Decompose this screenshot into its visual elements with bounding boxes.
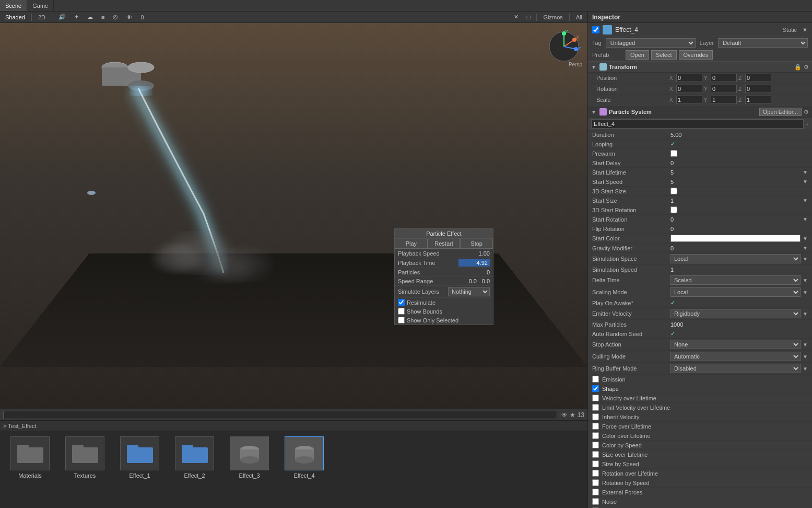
ps-deltatime-arrow[interactable]: ▼ bbox=[803, 278, 808, 283]
ps-emittervelocity-dropdown[interactable]: Rigidbody bbox=[670, 309, 801, 318]
select-button[interactable]: Select bbox=[651, 50, 677, 60]
ps-scalingmode-dropdown[interactable]: Local bbox=[670, 287, 801, 297]
flares-icon[interactable]: ◎ bbox=[111, 14, 120, 20]
ps-color-arrow[interactable]: ▼ bbox=[803, 236, 808, 241]
module-checkbox-size-over-lifetime[interactable] bbox=[592, 451, 599, 458]
open-editor-button[interactable]: Open Editor... bbox=[759, 108, 802, 116]
ps-prewarm-checkbox[interactable] bbox=[670, 150, 677, 157]
ps-lifetime-arrow[interactable]: ▼ bbox=[803, 169, 808, 175]
ps-scaling-arrow[interactable]: ▼ bbox=[803, 290, 808, 295]
module-checkbox-color-by-speed[interactable] bbox=[592, 442, 599, 448]
module-checkbox-color-over-lifetime[interactable] bbox=[592, 432, 599, 439]
position-y-input[interactable] bbox=[711, 74, 737, 82]
module-row-noise[interactable]: Noise bbox=[588, 497, 812, 506]
rotation-x-input[interactable] bbox=[676, 85, 702, 93]
ps-add-icon[interactable]: + bbox=[806, 121, 809, 127]
ps-emitter-arrow[interactable]: ▼ bbox=[803, 311, 808, 317]
asset-item-effect4[interactable]: Effect_4 bbox=[285, 436, 324, 479]
shading-dropdown[interactable]: Shaded bbox=[3, 14, 27, 20]
ps-gravity-arrow[interactable]: ▼ bbox=[803, 245, 808, 251]
module-row-velocity-over-lifetime[interactable]: Velocity over Lifetime bbox=[588, 394, 812, 403]
module-row-rotation-by-speed[interactable]: Rotation by Speed bbox=[588, 478, 812, 488]
show-only-selected-checkbox[interactable] bbox=[398, 317, 405, 324]
module-checkbox-velocity-over-lifetime[interactable] bbox=[592, 395, 599, 401]
asset-item-effect1[interactable]: Effect_1 bbox=[120, 436, 159, 479]
module-row-inherit-velocity[interactable]: Inherit Velocity bbox=[588, 412, 812, 422]
asset-search-input[interactable] bbox=[3, 411, 557, 419]
asset-item-effect2[interactable]: Effect_2 bbox=[175, 436, 214, 479]
gizmo-widget[interactable]: X Y Z Persp bbox=[546, 28, 582, 65]
module-checkbox-limit-velocity-over-lifetime[interactable] bbox=[592, 404, 599, 411]
scene-viewport[interactable]: X Y Z Persp Particle Effect bbox=[0, 23, 587, 409]
scale-z-input[interactable] bbox=[745, 96, 771, 104]
ps-stopaction-arrow[interactable]: ▼ bbox=[803, 342, 808, 348]
ps-name-input[interactable] bbox=[591, 119, 804, 129]
ps-simspace-arrow[interactable]: ▼ bbox=[803, 256, 808, 262]
audio-icon[interactable]: 🔊 bbox=[56, 14, 68, 20]
ps-3dstartsize-checkbox[interactable] bbox=[670, 188, 677, 194]
restart-button[interactable]: Restart bbox=[428, 239, 461, 249]
tag-dropdown[interactable]: Untagged bbox=[606, 38, 696, 48]
module-row-rotation-over-lifetime[interactable]: Rotation over Lifetime bbox=[588, 469, 812, 478]
module-row-limit-velocity-over-lifetime[interactable]: Limit Velocity over Lifetime bbox=[588, 403, 812, 412]
ps-rotation-arrow[interactable]: ▼ bbox=[803, 216, 808, 222]
ps-simulationspace-dropdown[interactable]: Local bbox=[670, 254, 801, 263]
position-x-input[interactable] bbox=[676, 74, 702, 82]
ps-stopaction-dropdown[interactable]: None bbox=[670, 340, 801, 349]
close-icon[interactable]: ✕ bbox=[512, 14, 521, 20]
rotation-y-input[interactable] bbox=[711, 85, 737, 93]
transform-gear-icon[interactable]: ⚙ bbox=[804, 64, 809, 71]
module-row-color-over-lifetime[interactable]: Color over Lifetime bbox=[588, 431, 812, 441]
gizmos-btn[interactable]: Gizmos bbox=[541, 14, 564, 20]
module-checkbox-shape[interactable] bbox=[592, 385, 599, 392]
simulate-layers-dropdown[interactable]: Nothing bbox=[448, 287, 490, 296]
ps-startcolor-swatch[interactable] bbox=[670, 235, 801, 242]
open-button[interactable]: Open bbox=[626, 50, 649, 60]
module-checkbox-rotation-by-speed[interactable] bbox=[592, 479, 599, 486]
module-row-size-over-lifetime[interactable]: Size over Lifetime bbox=[588, 450, 812, 459]
resimulate-checkbox[interactable] bbox=[398, 299, 405, 306]
scale-x-input[interactable] bbox=[676, 96, 702, 104]
asset-item-materials[interactable]: Materials bbox=[10, 436, 50, 479]
module-row-force-over-lifetime[interactable]: Force over Lifetime bbox=[588, 422, 812, 431]
ps-culling-arrow[interactable]: ▼ bbox=[803, 354, 808, 360]
module-checkbox-size-by-speed[interactable] bbox=[592, 460, 599, 467]
module-row-size-by-speed[interactable]: Size by Speed bbox=[588, 459, 812, 469]
module-row-external-forces[interactable]: External Forces bbox=[588, 488, 812, 497]
ps-deltatime-dropdown[interactable]: Scaled bbox=[670, 275, 801, 285]
eye-icon[interactable]: 👁 bbox=[561, 411, 568, 419]
module-checkbox-rotation-over-lifetime[interactable] bbox=[592, 470, 599, 477]
transform-header[interactable]: ▼ Transform 🔒 ⚙ bbox=[588, 61, 812, 73]
module-checkbox-inherit-velocity[interactable] bbox=[592, 413, 599, 420]
skybox-icon[interactable]: ☁ bbox=[85, 14, 95, 20]
star-icon[interactable]: ★ bbox=[570, 411, 575, 419]
scale-y-input[interactable] bbox=[711, 96, 737, 104]
ps-speed-arrow[interactable]: ▼ bbox=[803, 179, 808, 184]
stop-button[interactable]: Stop bbox=[460, 239, 493, 249]
inspector-scroll[interactable]: ▼ Transform 🔒 ⚙ Position X Y Z bbox=[588, 61, 812, 508]
module-row-emission[interactable]: Emission bbox=[588, 375, 812, 384]
rotation-z-input[interactable] bbox=[745, 85, 771, 93]
ps-ringbuffer-arrow[interactable]: ▼ bbox=[803, 366, 808, 372]
all-btn[interactable]: All bbox=[574, 14, 584, 20]
module-checkbox-emission[interactable] bbox=[592, 376, 599, 383]
ps-size-arrow[interactable]: ▼ bbox=[803, 198, 808, 203]
position-z-input[interactable] bbox=[745, 74, 771, 82]
module-checkbox-noise[interactable] bbox=[592, 498, 599, 505]
ps-3dstartrotation-checkbox[interactable] bbox=[670, 206, 677, 213]
object-active-checkbox[interactable] bbox=[592, 26, 599, 33]
fog-icon[interactable]: ≡ bbox=[99, 14, 107, 20]
aspect-dropdown[interactable]: □ bbox=[525, 14, 533, 20]
mode-2d-toggle[interactable]: 2D bbox=[36, 14, 48, 20]
tab-game[interactable]: Game bbox=[27, 0, 54, 11]
playback-time-value[interactable]: 4.92 bbox=[458, 259, 490, 267]
module-row-shape[interactable]: Shape bbox=[588, 384, 812, 394]
particle-system-header[interactable]: ▼ Particle System Open Editor... ⚙ bbox=[588, 106, 812, 118]
asset-item-effect3[interactable]: Effect_3 bbox=[230, 436, 269, 479]
module-checkbox-external-forces[interactable] bbox=[592, 489, 599, 495]
module-row-color-by-speed[interactable]: Color by Speed bbox=[588, 441, 812, 450]
layer-dropdown[interactable]: Default bbox=[718, 38, 808, 48]
static-dropdown-icon[interactable]: ▼ bbox=[802, 27, 808, 33]
module-checkbox-force-over-lifetime[interactable] bbox=[592, 423, 599, 430]
overrides-button[interactable]: Overrides bbox=[679, 50, 713, 60]
